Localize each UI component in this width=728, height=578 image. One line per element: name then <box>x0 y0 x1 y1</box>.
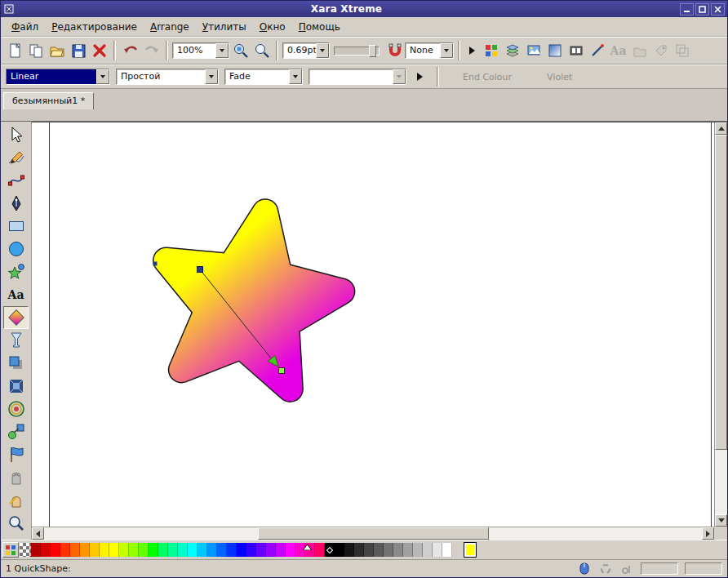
font-gallery-button[interactable]: Aa <box>608 41 628 61</box>
vertical-scroll-thumb[interactable] <box>715 135 727 450</box>
window-icon[interactable] <box>3 3 15 15</box>
palette-swatch[interactable] <box>158 543 168 557</box>
palette-swatch[interactable] <box>344 543 354 557</box>
fill-gallery-button[interactable] <box>544 41 565 61</box>
slider-handle[interactable] <box>369 45 376 57</box>
palette-swatch[interactable] <box>188 543 198 557</box>
chevron-down-icon[interactable] <box>96 69 109 84</box>
tool-fill[interactable] <box>3 306 29 329</box>
palette-swatch[interactable] <box>217 543 227 557</box>
tool-blend[interactable] <box>3 420 29 443</box>
tool-mould[interactable] <box>3 443 29 466</box>
selection-handle[interactable] <box>153 262 158 266</box>
feather-combo[interactable]: None <box>405 42 454 59</box>
palette-swatch[interactable] <box>90 543 100 557</box>
menu-item[interactable]: Редактирование <box>45 19 144 35</box>
snap-magnet-button[interactable] <box>384 41 404 61</box>
menu-item[interactable]: Arrange <box>144 19 196 35</box>
palette-swatch[interactable] <box>119 543 129 557</box>
tool-text[interactable]: Aa <box>3 283 29 306</box>
frame-gallery-button[interactable] <box>566 41 586 61</box>
palette-swatch[interactable] <box>256 543 266 557</box>
horizontal-scrollbar[interactable] <box>32 527 714 540</box>
tool-selector[interactable] <box>3 123 29 146</box>
palette-swatch[interactable] <box>315 543 325 557</box>
name-gallery-button[interactable] <box>650 41 671 61</box>
palette-swatch[interactable] <box>276 543 286 557</box>
tool-zoom[interactable] <box>3 512 29 535</box>
palette-swatch[interactable] <box>403 543 413 557</box>
palette-swatch[interactable] <box>129 543 139 557</box>
tool-transparency[interactable] <box>3 329 29 352</box>
current-fill-swatch[interactable] <box>464 542 477 558</box>
more-tools-arrow-icon[interactable] <box>469 47 475 55</box>
tool-push[interactable] <box>3 489 29 512</box>
feather-slider[interactable] <box>334 47 380 56</box>
palette-swatch[interactable] <box>100 543 109 557</box>
palette-swatch[interactable] <box>364 543 374 557</box>
palette-swatch[interactable] <box>149 543 158 557</box>
fill-end-handle[interactable] <box>279 368 285 374</box>
animation-gallery-button[interactable] <box>672 41 692 61</box>
palette-swatch[interactable] <box>266 543 276 557</box>
chevron-down-icon[interactable] <box>289 69 302 84</box>
menu-item[interactable]: Окно <box>253 19 292 35</box>
fill-handle-combo[interactable] <box>309 69 406 85</box>
copy-button[interactable] <box>25 41 46 61</box>
palette-swatch[interactable] <box>442 543 452 557</box>
palette-swatch[interactable] <box>139 543 149 557</box>
mouse-indicator-icon[interactable] <box>577 562 592 576</box>
star-shape[interactable] <box>166 212 342 389</box>
chevron-down-icon[interactable] <box>316 43 329 58</box>
tool-pen[interactable] <box>3 192 29 215</box>
bitmap-gallery-button[interactable] <box>523 41 544 61</box>
delete-button[interactable] <box>89 41 109 61</box>
fill-start-handle[interactable] <box>198 267 203 273</box>
palette-swatch[interactable] <box>31 543 41 557</box>
palette-swatch[interactable] <box>80 543 90 557</box>
palette-swatch[interactable] <box>109 543 119 557</box>
palette-swatch[interactable] <box>433 543 442 557</box>
chevron-down-icon[interactable] <box>440 43 453 58</box>
palette-swatch[interactable] <box>246 543 256 557</box>
scroll-up-button[interactable] <box>715 122 727 135</box>
palette-swatch[interactable] <box>286 543 295 557</box>
new-document-button[interactable] <box>4 41 24 61</box>
tool-rectangle[interactable] <box>3 215 29 238</box>
tool-live-effects[interactable] <box>3 466 29 489</box>
fill-type-combo[interactable]: Linear <box>6 69 110 85</box>
tool-freehand[interactable] <box>3 146 29 169</box>
vertical-scrollbar[interactable] <box>714 122 727 527</box>
palette-swatch[interactable] <box>41 543 51 557</box>
line-gallery-button[interactable] <box>587 41 607 61</box>
menu-item[interactable]: Файл <box>5 19 45 35</box>
fill-bar-advance-arrow-icon[interactable] <box>417 73 423 81</box>
scroll-down-button[interactable] <box>715 514 727 527</box>
zoom-combo[interactable]: 100% <box>172 42 229 59</box>
save-button[interactable] <box>68 41 88 61</box>
color-gallery-button[interactable] <box>481 41 501 61</box>
palette-swatch[interactable] <box>168 543 178 557</box>
palette-swatch[interactable] <box>393 543 403 557</box>
scroll-right-button[interactable] <box>702 527 714 540</box>
canvas[interactable] <box>32 122 727 540</box>
chevron-down-icon[interactable] <box>205 69 218 84</box>
close-button[interactable] <box>711 3 725 16</box>
scroll-left-button[interactable] <box>32 527 44 540</box>
zoom-tool-button[interactable] <box>251 41 272 61</box>
fill-effect-combo[interactable]: Fade <box>224 69 303 85</box>
palette-swatch[interactable] <box>335 543 344 557</box>
undo-button[interactable] <box>120 41 140 61</box>
palette-swatch[interactable] <box>374 543 384 557</box>
drawing-layer[interactable] <box>32 122 701 527</box>
palette-swatch[interactable] <box>423 543 433 557</box>
tool-bevel[interactable] <box>3 375 29 398</box>
document-tab[interactable]: безымянный1 * <box>3 92 94 109</box>
palette-marker-swatch[interactable] <box>325 543 335 557</box>
palette-swatch[interactable] <box>198 543 207 557</box>
menu-item[interactable]: Утилиты <box>196 19 253 35</box>
line-width-combo[interactable]: 0.69pt <box>282 42 330 59</box>
minimize-button[interactable] <box>680 3 694 16</box>
chevron-down-icon[interactable] <box>215 43 229 58</box>
horizontal-scroll-thumb[interactable] <box>258 527 489 540</box>
